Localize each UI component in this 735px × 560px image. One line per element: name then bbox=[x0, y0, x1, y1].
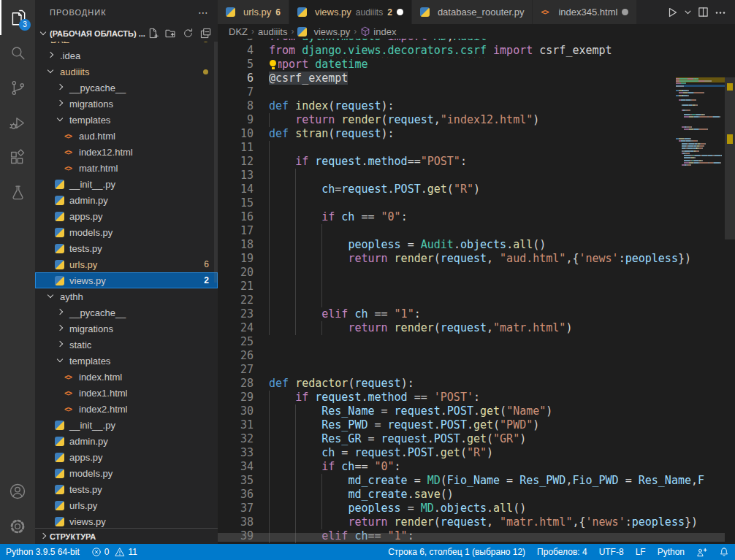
code-line-6[interactable]: 6@csrf_exempt bbox=[218, 72, 735, 85]
line-content[interactable]: return render(request, "aud.html",{'news… bbox=[269, 252, 735, 266]
search-icon[interactable] bbox=[0, 35, 35, 70]
explorer-more-actions-button[interactable]: ⋯ bbox=[198, 0, 209, 26]
vertical-scrollbar[interactable] bbox=[725, 77, 735, 239]
minimap[interactable] bbox=[676, 77, 725, 194]
line-content[interactable]: from django.views.decorators.csrf import… bbox=[269, 44, 735, 58]
line-number[interactable]: 11 bbox=[218, 141, 269, 155]
line-content[interactable]: elif ch == "1": bbox=[269, 307, 735, 321]
new-file-button[interactable] bbox=[148, 28, 159, 39]
code-line-13[interactable]: 13 bbox=[218, 169, 735, 183]
code-line-11[interactable]: 11 bbox=[218, 141, 735, 155]
line-content[interactable]: def redactor(request): bbox=[269, 377, 735, 391]
code-line-7[interactable]: 7 bbox=[218, 85, 735, 99]
line-number[interactable]: 7 bbox=[218, 85, 269, 99]
code-line-30[interactable]: 30 Res_Name = request.POST.get("Name") bbox=[218, 404, 735, 418]
code-line-37[interactable]: 37 peopless = MD.objects.all() bbox=[218, 502, 735, 515]
code-line-31[interactable]: 31 Res_PWD = request.POST.get("PWD") bbox=[218, 418, 735, 432]
line-number[interactable]: 30 bbox=[218, 404, 269, 418]
line-number[interactable]: 10 bbox=[218, 127, 269, 141]
line-content[interactable]: Res_GR = request.POST.get("GR") bbox=[269, 432, 735, 446]
tree-item-.idea[interactable]: .idea bbox=[35, 47, 218, 64]
split-editor-button[interactable] bbox=[696, 5, 710, 19]
tree-item-aythh[interactable]: aythh bbox=[35, 288, 218, 304]
status-python-version[interactable]: Python 3.9.5 64-bit bbox=[0, 544, 85, 560]
code-line-15[interactable]: 15 bbox=[218, 196, 735, 210]
line-content[interactable] bbox=[269, 141, 735, 155]
status-eol[interactable]: LF bbox=[630, 544, 652, 560]
line-content[interactable]: @csrf_exempt bbox=[269, 72, 735, 85]
horizontal-scrollbar[interactable] bbox=[218, 533, 725, 542]
sidebar-scrollbar[interactable] bbox=[214, 42, 218, 283]
line-content[interactable]: if request.method=="POST": bbox=[269, 155, 735, 169]
line-content[interactable]: peopless = Audit.objects.all() bbox=[269, 238, 735, 252]
code-line-35[interactable]: 35 md_create = MD(Fio_Name = Res_PWD,Fio… bbox=[218, 474, 735, 488]
tree-item-views.py[interactable]: views.py2 bbox=[35, 272, 218, 288]
code-line-32[interactable]: 32 Res_GR = request.POST.get("GR") bbox=[218, 432, 735, 446]
tree-item-views.py[interactable]: views.py bbox=[35, 513, 218, 528]
line-number[interactable]: 18 bbox=[218, 238, 269, 252]
code-line-12[interactable]: 12 if request.method=="POST": bbox=[218, 155, 735, 169]
line-content[interactable] bbox=[269, 85, 735, 99]
line-number[interactable]: 26 bbox=[218, 349, 269, 363]
tab-database_roouter.py[interactable]: database_roouter.py bbox=[412, 0, 533, 24]
line-content[interactable] bbox=[269, 335, 735, 349]
code-editor[interactable]: 3from aythh.models import MD,Audit4from … bbox=[218, 39, 735, 544]
line-number[interactable]: 28 bbox=[218, 377, 269, 391]
code-line-8[interactable]: 8def index(request): bbox=[218, 99, 735, 113]
status-cursor-position[interactable]: Строка 6, столбец 1 (выбрано 12) bbox=[382, 544, 531, 560]
line-content[interactable]: md_create = MD(Fio_Name = Res_PWD,Fio_PW… bbox=[269, 474, 735, 488]
line-content[interactable]: def stran(request): bbox=[269, 127, 735, 141]
tree-item-__pycache__[interactable]: __pycache__ bbox=[35, 80, 218, 96]
code-line-18[interactable]: 18 peopless = Audit.objects.all() bbox=[218, 238, 735, 252]
status-problems[interactable]: 011 bbox=[85, 544, 143, 560]
code-line-28[interactable]: 28def redactor(request): bbox=[218, 377, 735, 391]
line-number[interactable]: 17 bbox=[218, 224, 269, 238]
tab-urls.py[interactable]: urls.py6 bbox=[218, 0, 289, 24]
line-number[interactable]: 27 bbox=[218, 363, 269, 377]
line-content[interactable] bbox=[269, 169, 735, 183]
tree-item-index2.html[interactable]: <>index2.html bbox=[35, 401, 218, 417]
line-content[interactable]: if ch== "0": bbox=[269, 460, 735, 474]
line-content[interactable] bbox=[269, 294, 735, 307]
line-content[interactable]: return render(request, "matr.html",{'new… bbox=[269, 515, 735, 529]
line-content[interactable]: Res_Name = request.POST.get("Name") bbox=[269, 404, 735, 418]
new-folder-button[interactable] bbox=[165, 28, 177, 39]
code-line-16[interactable]: 16 if ch == "0": bbox=[218, 210, 735, 224]
source-control-icon[interactable] bbox=[0, 70, 35, 105]
collapse-all-button[interactable] bbox=[200, 28, 212, 39]
tree-item-index1.html[interactable]: <>index1.html bbox=[35, 385, 218, 401]
code-line-20[interactable]: 20 bbox=[218, 266, 735, 280]
tree-item-admin.py[interactable]: admin.py bbox=[35, 433, 218, 449]
code-line-22[interactable]: 22 bbox=[218, 294, 735, 307]
run-dropdown[interactable] bbox=[682, 7, 693, 18]
code-line-34[interactable]: 34 if ch== "0": bbox=[218, 460, 735, 474]
line-content[interactable] bbox=[269, 363, 735, 377]
line-number[interactable]: 9 bbox=[218, 113, 269, 127]
line-number[interactable]: 15 bbox=[218, 196, 269, 210]
refresh-button[interactable] bbox=[183, 28, 194, 39]
breadcrumb-item-DKZ[interactable]: DKZ bbox=[229, 26, 248, 37]
status-encoding[interactable]: UTF-8 bbox=[593, 544, 630, 560]
lightbulb-icon[interactable] bbox=[269, 59, 278, 70]
line-number[interactable]: 12 bbox=[218, 155, 269, 169]
breadcrumb-item-audiiits[interactable]: audiiits bbox=[258, 26, 287, 37]
line-number[interactable]: 4 bbox=[218, 44, 269, 58]
code-line-29[interactable]: 29 if request.method == 'POST': bbox=[218, 391, 735, 404]
line-number[interactable]: 24 bbox=[218, 321, 269, 335]
line-content[interactable] bbox=[269, 349, 735, 363]
line-number[interactable]: 36 bbox=[218, 488, 269, 502]
accounts-icon[interactable] bbox=[0, 474, 35, 509]
code-line-17[interactable]: 17 bbox=[218, 224, 735, 238]
line-number[interactable]: 34 bbox=[218, 460, 269, 474]
tree-item-index.html[interactable]: <>index.html bbox=[35, 369, 218, 385]
code-line-27[interactable]: 27 bbox=[218, 363, 735, 377]
code-line-3[interactable]: 3from aythh.models import MD,Audit bbox=[218, 39, 735, 44]
tree-item-aud.html[interactable]: <>aud.html bbox=[35, 128, 218, 144]
workspace-section-header[interactable]: (РАБОЧАЯ ОБЛАСТЬ) ... bbox=[35, 26, 218, 42]
line-number[interactable]: 8 bbox=[218, 99, 269, 113]
tree-item-urls.py[interactable]: urls.py bbox=[35, 497, 218, 513]
code-line-14[interactable]: 14 ch=request.POST.get("R") bbox=[218, 183, 735, 196]
settings-icon[interactable] bbox=[0, 509, 35, 544]
code-line-4[interactable]: 4from django.views.decorators.csrf impor… bbox=[218, 44, 735, 58]
code-line-24[interactable]: 24 return render(request,"matr.html") bbox=[218, 321, 735, 335]
